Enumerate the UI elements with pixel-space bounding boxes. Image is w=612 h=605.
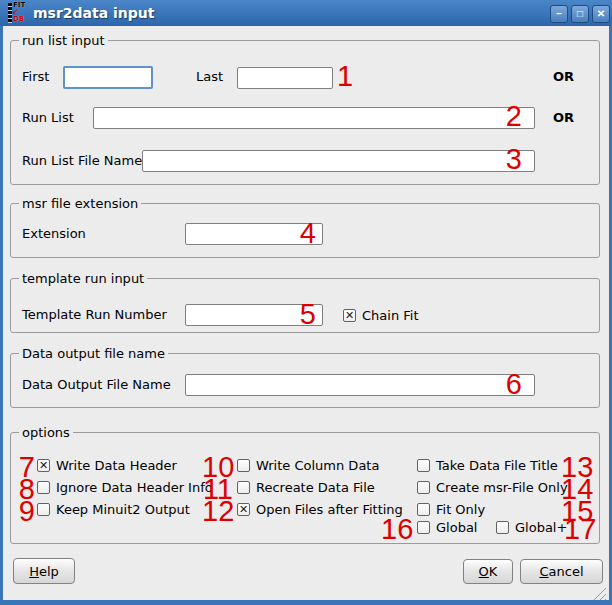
data-output-file-name-input[interactable]: [185, 374, 535, 396]
window-title: msr2data input: [33, 0, 155, 26]
msr2data-dialog: FIT ↙ DB msr2data input – □ ✕ run list i…: [0, 0, 612, 605]
data-output-file-name-label: Data Output File Name: [22, 374, 171, 396]
write-column-data-checkbox[interactable]: [237, 459, 250, 472]
global-label[interactable]: Global: [436, 520, 477, 535]
extension-label: Extension: [22, 223, 86, 245]
write-data-header-checkbox[interactable]: ✕: [37, 459, 50, 472]
icon-db-text: DB: [13, 16, 24, 23]
ignore-data-header-info-checkbox[interactable]: [37, 481, 50, 494]
help-button[interactable]: Help: [13, 558, 75, 584]
annotation-5: 5: [292, 300, 316, 328]
annotation-9: 9: [18, 497, 35, 525]
chain-fit-label[interactable]: Chain Fit: [362, 308, 419, 323]
run-list-label: Run List: [22, 107, 74, 129]
group-title-run-list-input: run list input: [19, 33, 108, 48]
group-title-template-run-input: template run input: [19, 271, 147, 286]
chain-fit-checkbox[interactable]: ✕: [343, 309, 356, 322]
group-title-msr-file-extension: msr file extension: [19, 196, 141, 211]
global-plus-checkbox[interactable]: [496, 521, 509, 534]
fit-only-label[interactable]: Fit Only: [436, 502, 485, 517]
annotation-16: 16: [381, 515, 409, 543]
template-run-number-label: Template Run Number: [22, 304, 167, 326]
ignore-data-header-info-label[interactable]: Ignore Data Header Info: [56, 480, 213, 495]
run-list-input[interactable]: [93, 107, 535, 129]
maximize-button[interactable]: □: [571, 5, 589, 23]
write-column-data-label[interactable]: Write Column Data: [256, 458, 379, 473]
create-msr-file-only-checkbox[interactable]: [417, 481, 430, 494]
fit-only-checkbox[interactable]: [417, 503, 430, 516]
or-label-1: OR: [553, 66, 574, 88]
recreate-data-file-label[interactable]: Recreate Data File: [256, 480, 375, 495]
annotation-17: 17: [564, 515, 594, 543]
help-button-label: Help: [29, 564, 59, 579]
checkmark-icon: ✕: [345, 310, 354, 321]
app-icon: FIT ↙ DB: [8, 2, 28, 24]
minimize-button[interactable]: –: [550, 5, 568, 23]
checkmark-icon: ✕: [39, 460, 48, 471]
close-button[interactable]: ✕: [592, 5, 610, 23]
or-label-2: OR: [553, 107, 574, 129]
run-list-file-name-label: Run List File Name: [22, 150, 142, 172]
ok-button[interactable]: OK: [463, 559, 513, 584]
create-msr-file-only-label[interactable]: Create msr-File Only: [436, 480, 568, 495]
annotation-3: 3: [498, 145, 522, 173]
group-title-options: options: [19, 425, 73, 440]
close-icon: ✕: [597, 8, 605, 19]
open-files-after-fitting-checkbox[interactable]: ✕: [237, 503, 250, 516]
maximize-icon: □: [577, 8, 583, 19]
keep-minuit2-output-label[interactable]: Keep Minuit2 Output: [56, 502, 190, 517]
take-data-file-title-label[interactable]: Take Data File Title: [436, 458, 558, 473]
global-checkbox[interactable]: [417, 521, 430, 534]
annotation-2: 2: [498, 102, 522, 130]
checkmark-icon: ✕: [239, 504, 248, 515]
keep-minuit2-output-checkbox[interactable]: [37, 503, 50, 516]
cancel-button-label: Cancel: [539, 564, 583, 579]
minimize-icon: –: [556, 8, 562, 19]
group-title-data-output-file-name: Data output file name: [19, 346, 168, 361]
last-label: Last: [196, 66, 223, 88]
recreate-data-file-checkbox[interactable]: [237, 481, 250, 494]
ok-button-label: OK: [479, 564, 498, 579]
annotation-6: 6: [498, 370, 522, 398]
global-plus-label[interactable]: Global+: [515, 520, 567, 535]
title-bar[interactable]: FIT ↙ DB msr2data input – □ ✕: [0, 0, 612, 26]
write-data-header-label[interactable]: Write Data Header: [56, 458, 177, 473]
cancel-button[interactable]: Cancel: [520, 559, 603, 584]
first-run-input[interactable]: [63, 66, 153, 89]
annotation-1: 1: [337, 62, 353, 90]
last-run-input[interactable]: [237, 67, 333, 89]
take-data-file-title-checkbox[interactable]: [417, 459, 430, 472]
annotation-4: 4: [292, 219, 316, 247]
run-list-file-name-input[interactable]: [142, 150, 535, 172]
first-label: First: [22, 66, 49, 88]
annotation-12: 12: [202, 497, 233, 525]
